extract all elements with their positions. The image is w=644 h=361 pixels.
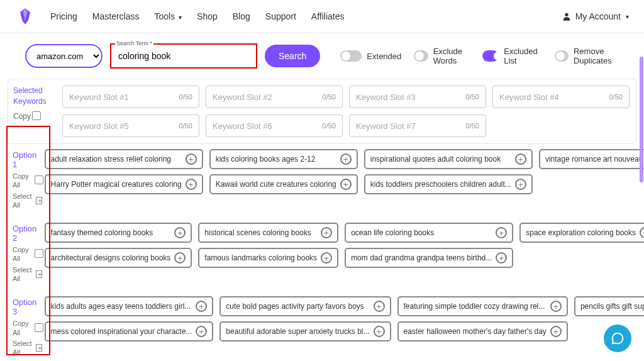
plus-icon[interactable]: + <box>374 301 385 312</box>
nav-shop[interactable]: Shop <box>197 11 218 21</box>
nav-affiliates[interactable]: Affiliates <box>311 11 345 21</box>
copy-all-button[interactable]: Copy All <box>13 319 42 337</box>
marketplace-select[interactable]: amazon.com <box>25 44 103 68</box>
chevron-down-icon: ▾ <box>626 13 629 20</box>
plus-icon[interactable]: + <box>321 252 332 264</box>
keyword-chip[interactable]: cute bold pages activity party favors bo… <box>219 296 391 316</box>
option-title: Option 3 <box>13 297 42 316</box>
keyword-chip[interactable]: architectural designs coloring books+ <box>45 248 192 268</box>
plus-icon[interactable]: + <box>496 252 507 264</box>
select-all-button[interactable]: Select All <box>13 265 42 284</box>
keyword-slot[interactable]: Keyword Slot #20/50 <box>206 86 343 108</box>
plus-icon[interactable]: + <box>196 326 207 337</box>
keyword-slot[interactable]: Keyword Slot #40/50 <box>492 86 630 108</box>
nav-support[interactable]: Support <box>265 11 296 21</box>
switch-icon <box>482 50 499 62</box>
search-button[interactable]: Search <box>265 45 320 67</box>
plus-icon[interactable]: + <box>174 227 186 238</box>
keyword-chip[interactable]: Harry Potter magical creatures coloring+ <box>45 174 203 194</box>
keyword-chip[interactable]: easter halloween mother's day father's d… <box>397 321 568 342</box>
toggle-extended[interactable]: Extended <box>340 50 401 62</box>
toggle-excluded-list[interactable]: Excluded List <box>482 47 542 65</box>
option-title: Option 2 <box>13 224 42 243</box>
keyword-slot[interactable]: Keyword Slot #50/50 <box>62 114 199 137</box>
select-icon <box>36 197 42 204</box>
keyword-slot[interactable]: Keyword Slot #30/50 <box>349 86 486 108</box>
account-menu[interactable]: My Account ▾ <box>562 11 629 21</box>
nav-blog[interactable]: Blog <box>233 11 250 21</box>
option-title: Option 1 <box>13 150 42 169</box>
copy-icon <box>33 113 41 120</box>
keyword-chip[interactable]: space exploration coloring books+ <box>519 223 644 243</box>
plus-icon[interactable]: + <box>640 227 644 238</box>
keyword-chip[interactable]: kids toddlers preschoolers children adul… <box>364 174 533 194</box>
keyword-chip[interactable]: adult relaxation stress relief coloring+ <box>45 149 203 169</box>
plus-icon[interactable]: + <box>340 179 352 190</box>
plus-icon[interactable]: + <box>196 301 207 312</box>
keyword-chip[interactable]: vintage romance art nouveau coloring+ <box>539 149 644 169</box>
selected-keywords-label: SelectedKeywords <box>13 86 51 107</box>
keyword-slot[interactable]: Keyword Slot #70/50 <box>349 114 486 137</box>
nav-tools[interactable]: Tools ▾ <box>154 11 182 21</box>
switch-icon <box>340 50 362 62</box>
switch-icon <box>414 50 428 62</box>
copy-icon <box>36 177 42 184</box>
selected-keywords-panel: SelectedKeywords Copy Keyword Slot #10/5… <box>8 79 636 144</box>
plus-icon[interactable]: + <box>186 179 197 190</box>
plus-icon[interactable]: + <box>186 153 197 165</box>
plus-icon[interactable]: + <box>340 153 352 165</box>
keyword-chip[interactable]: mess colored inspirational your characte… <box>45 321 214 342</box>
plus-icon[interactable]: + <box>515 153 526 165</box>
copy-all-button[interactable]: Copy All <box>13 172 42 190</box>
plus-icon[interactable]: + <box>496 227 507 238</box>
select-icon <box>36 270 42 278</box>
option-row: Option 3 Copy All Select Allkids adults … <box>8 291 636 361</box>
user-icon <box>562 11 572 21</box>
plus-icon[interactable]: + <box>515 179 526 190</box>
select-all-button[interactable]: Select All <box>13 192 42 210</box>
keyword-chip[interactable]: pencils gifts gift supplies mindfulness … <box>574 296 644 316</box>
switch-icon <box>555 50 569 62</box>
nav-masterclass[interactable]: Masterclass <box>92 11 140 21</box>
plus-icon[interactable]: + <box>550 326 562 337</box>
chat-icon <box>611 331 625 345</box>
keyword-chip[interactable]: mom dad grandma grandpa teens birthd...+ <box>345 248 513 268</box>
help-button[interactable] <box>604 325 631 352</box>
top-nav: Pricing Masterclass Tools ▾ Shop Blog Su… <box>0 0 644 33</box>
nav-links: Pricing Masterclass Tools ▾ Shop Blog Su… <box>50 11 547 21</box>
keyword-chip[interactable]: kids adults ages easy teens toddlers gir… <box>45 296 214 316</box>
keyword-chip[interactable]: beautiful adorable super anxiety trucks … <box>219 321 391 342</box>
option-row: Option 1 Copy All Select Alladult relaxa… <box>8 144 636 218</box>
copy-all-button[interactable]: Copy All <box>13 245 42 264</box>
search-label: Search Term * <box>115 40 153 47</box>
keyword-chip[interactable]: inspirational quotes adult coloring book… <box>364 149 533 169</box>
keyword-chip[interactable]: kids coloring books ages 2-12+ <box>209 149 358 169</box>
keyword-chip[interactable]: fantasy themed coloring books+ <box>45 223 192 243</box>
toggle-exclude-words[interactable]: Exclude Words <box>414 47 469 65</box>
keyword-chip[interactable]: historical scenes coloring books+ <box>198 223 338 243</box>
keyword-chip[interactable]: ocean life coloring books+ <box>345 223 513 243</box>
svg-point-0 <box>565 13 568 16</box>
copy-icon <box>36 250 42 258</box>
scrollbar-accent[interactable] <box>640 57 643 182</box>
chevron-down-icon: ▾ <box>179 14 182 21</box>
keyword-slot[interactable]: Keyword Slot #60/50 <box>206 114 343 137</box>
copy-selected-button[interactable]: Copy <box>13 112 51 121</box>
toggle-remove-duplicates[interactable]: Remove Duplicates <box>555 47 619 65</box>
plus-icon[interactable]: + <box>321 227 332 238</box>
search-input-wrap: Search Term * <box>110 43 257 69</box>
options-area: Option 1 Copy All Select Alladult relaxa… <box>0 144 644 361</box>
plus-icon[interactable]: + <box>174 252 186 264</box>
nav-pricing[interactable]: Pricing <box>50 11 77 21</box>
keyword-chip[interactable]: Kawaii world cute creatures coloring+ <box>209 174 358 194</box>
copy-icon <box>36 325 42 332</box>
plus-icon[interactable]: + <box>550 301 562 312</box>
keyword-slots: Keyword Slot #10/50Keyword Slot #20/50Ke… <box>56 79 636 143</box>
keyword-chip[interactable]: featuring simple toddler cozy drawing re… <box>397 296 568 316</box>
keyword-slot[interactable]: Keyword Slot #10/50 <box>62 86 199 108</box>
keyword-chip[interactable]: famous landmarks coloring books+ <box>198 248 338 268</box>
search-input[interactable] <box>112 45 255 67</box>
select-all-button[interactable]: Select All <box>13 339 42 357</box>
search-bar: amazon.com Search Term * Search Extended… <box>0 33 644 79</box>
plus-icon[interactable]: + <box>374 326 385 337</box>
